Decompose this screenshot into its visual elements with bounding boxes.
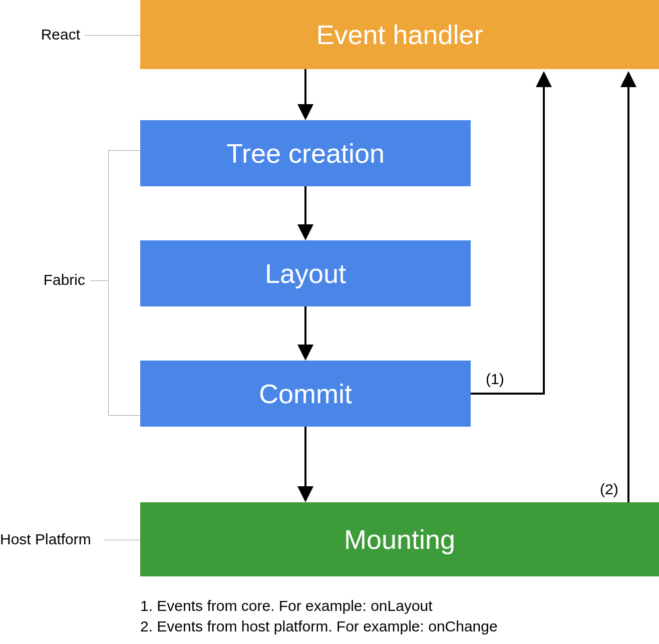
group-label-host: Host Platform [0,531,100,548]
box-event-handler: Event handler [140,0,659,69]
box-tree-creation-label: Tree creation [226,138,385,169]
box-mounting: Mounting [140,502,659,576]
box-tree-creation: Tree creation [140,120,471,186]
group-bracket-fabric [108,150,140,416]
arrow-commit-to-event [471,75,544,394]
box-commit: Commit [140,361,471,427]
group-label-react-text: React [41,26,80,43]
annotation-1: (1) [486,371,504,388]
group-label-host-text: Host Platform [0,531,91,547]
box-event-handler-label: Event handler [316,19,483,50]
footer-notes: 1. Events from core. For example: onLayo… [140,596,641,636]
group-label-fabric-text: Fabric [44,271,85,288]
box-mounting-label: Mounting [344,524,455,555]
box-layout-label: Layout [265,258,346,289]
footer-note-1: 1. Events from core. For example: onLayo… [140,596,641,616]
group-label-fabric: Fabric [0,271,85,288]
annotation-1-text: (1) [486,371,504,387]
annotation-2-text: (2) [600,481,618,497]
group-line-fabric [90,280,108,281]
annotation-2: (2) [600,481,618,498]
box-layout: Layout [140,240,471,306]
footer-note-2: 2. Events from host platform. For exampl… [140,616,641,637]
group-line-host [104,540,140,540]
box-commit-label: Commit [259,378,352,409]
diagram-stage: React Fabric Host Platform Event handler… [0,0,659,644]
group-label-react: React [0,26,80,43]
group-line-react [85,35,140,36]
